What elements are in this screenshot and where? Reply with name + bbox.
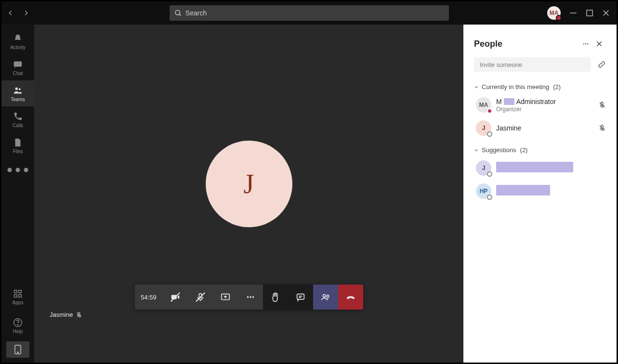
call-timer: 54:59 — [135, 285, 163, 310]
title-bar: MA — [1, 1, 617, 25]
svg-point-26 — [583, 43, 584, 44]
people-panel: People Currently in this meeting (2) — [463, 25, 617, 363]
avatar-initials: HP — [480, 188, 488, 195]
rail-help-label: Help — [13, 329, 23, 334]
rail-apps[interactable]: Apps — [1, 284, 34, 310]
svg-rect-9 — [19, 290, 22, 293]
suggestion-row[interactable]: HP — [474, 180, 606, 203]
camera-off-icon — [170, 292, 181, 302]
muted-icon — [598, 101, 606, 109]
svg-point-5 — [7, 168, 12, 172]
camera-toggle-button[interactable] — [163, 285, 188, 310]
panel-more-button[interactable] — [579, 37, 592, 51]
svg-point-28 — [587, 43, 588, 44]
section-current-header[interactable]: Currently in this meeting (2) — [474, 80, 606, 93]
rail-chat-label: Chat — [13, 71, 23, 76]
participant-row[interactable]: J Jasmine — [474, 117, 606, 140]
svg-point-22 — [252, 296, 254, 298]
svg-point-20 — [247, 296, 249, 298]
main-participant-avatar: J — [206, 141, 292, 227]
rail-chat[interactable]: Chat — [1, 54, 34, 80]
rail-activity[interactable]: Activity — [1, 28, 34, 54]
participant-role: Organizer — [496, 106, 593, 113]
ellipsis-icon — [245, 292, 256, 302]
main-participant-initial: J — [244, 169, 254, 199]
meeting-stage: J Jasmine 54:59 — [34, 25, 463, 363]
svg-rect-1 — [587, 10, 592, 16]
rail-calls[interactable]: Calls — [1, 106, 34, 132]
people-button[interactable] — [313, 285, 338, 310]
svg-point-6 — [15, 168, 20, 172]
svg-rect-8 — [14, 290, 17, 293]
rail-calls-label: Calls — [13, 123, 23, 128]
svg-point-21 — [250, 296, 251, 298]
svg-point-24 — [323, 295, 326, 298]
presence-busy-icon — [487, 108, 492, 114]
window-close-button[interactable] — [602, 9, 610, 17]
participant-row-organizer[interactable]: MA MAdministrator Organizer — [474, 93, 606, 117]
window-minimize-button[interactable] — [569, 9, 577, 17]
svg-point-4 — [19, 88, 21, 90]
svg-point-25 — [327, 295, 329, 298]
section-suggestions-header[interactable]: Suggestions (2) — [474, 143, 606, 156]
raise-hand-icon — [270, 292, 281, 302]
section-current-label: Currently in this meeting — [482, 83, 549, 91]
mic-toggle-button[interactable] — [188, 285, 213, 310]
avatar-initials: J — [482, 165, 486, 171]
suggestion-row[interactable]: J — [474, 156, 606, 180]
muted-icon — [598, 124, 606, 132]
raise-hand-button[interactable] — [263, 285, 288, 310]
hangup-button[interactable] — [338, 285, 363, 310]
window-maximize-button[interactable] — [586, 9, 593, 17]
rail-files-label: Files — [13, 149, 23, 154]
share-button[interactable] — [213, 285, 238, 310]
svg-point-27 — [585, 43, 586, 44]
share-screen-icon — [220, 292, 231, 302]
nav-back-button[interactable] — [7, 10, 14, 16]
presence-offline-icon — [487, 171, 492, 177]
rail-activity-label: Activity — [10, 45, 26, 50]
app-rail: Activity Chat Teams Calls Files — [1, 25, 34, 363]
search-icon — [174, 9, 182, 17]
svg-point-7 — [24, 168, 28, 172]
chat-button[interactable] — [288, 285, 313, 310]
svg-rect-2 — [14, 61, 22, 66]
participant-name: MAdministrator — [496, 98, 593, 105]
nav-forward-button[interactable] — [23, 10, 29, 16]
presence-offline-icon — [487, 131, 492, 137]
svg-rect-10 — [14, 294, 17, 297]
avatar-initials: MA — [479, 102, 488, 108]
section-suggestions-count: (2) — [520, 146, 528, 154]
svg-rect-11 — [19, 294, 22, 297]
rail-more-button[interactable] — [1, 158, 34, 182]
rail-teams-label: Teams — [11, 97, 25, 102]
copy-link-button[interactable] — [597, 60, 606, 69]
participant-name: Jasmine — [496, 124, 593, 132]
rail-mobile-button[interactable] — [6, 341, 29, 358]
more-actions-button[interactable] — [238, 285, 263, 310]
rail-apps-label: Apps — [13, 300, 24, 305]
chevron-down-icon — [474, 85, 479, 90]
presence-indicator — [556, 15, 562, 21]
hangup-icon — [345, 292, 356, 302]
rail-teams[interactable]: Teams — [1, 80, 34, 106]
presence-offline-icon — [487, 195, 492, 200]
chevron-down-icon — [474, 148, 479, 153]
svg-rect-18 — [199, 294, 202, 298]
current-user-avatar[interactable]: MA — [547, 6, 561, 20]
panel-close-button[interactable] — [592, 37, 606, 51]
invite-input[interactable] — [474, 57, 591, 72]
section-current-count: (2) — [553, 83, 561, 91]
panel-title: People — [474, 39, 579, 49]
rail-help[interactable]: Help — [1, 312, 34, 338]
svg-point-0 — [175, 10, 180, 15]
search-box[interactable] — [170, 5, 449, 21]
svg-point-3 — [15, 87, 18, 90]
people-icon — [320, 292, 331, 302]
search-input[interactable] — [185, 9, 444, 17]
muted-icon — [76, 312, 82, 318]
avatar-initials: J — [482, 125, 486, 131]
mic-off-icon — [195, 292, 206, 302]
svg-point-15 — [17, 352, 18, 353]
participant-name-badge: Jasmine — [50, 311, 82, 318]
